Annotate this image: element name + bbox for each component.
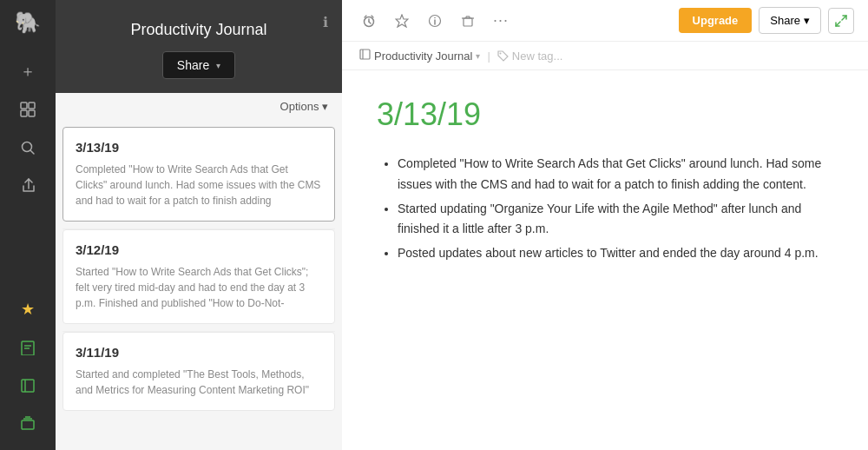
- share-sidebar-icon[interactable]: [12, 170, 43, 202]
- search-icon[interactable]: [12, 132, 43, 163]
- svg-rect-10: [22, 380, 34, 392]
- notebook-breadcrumb-label: Productivity Journal: [374, 50, 472, 63]
- note-list-item[interactable]: 3/11/19 Started and completed "The Best …: [62, 332, 335, 411]
- svg-rect-12: [22, 420, 34, 429]
- note-list-preview: Started "How to Write Search Ads that Ge…: [76, 264, 322, 311]
- note-body: Completed "How to Write Search Ads that …: [377, 154, 833, 264]
- notebook-panel: ℹ Productivity Journal Share ▾ Options ▾…: [56, 0, 342, 450]
- breadcrumb-separator: |: [487, 50, 490, 63]
- note-bullet: Started updating "Organize Your Life wit…: [398, 199, 833, 241]
- svg-rect-0: [21, 103, 27, 109]
- share-chevron: ▾: [216, 61, 220, 70]
- note-list-preview: Completed "How to Write Search Ads that …: [76, 162, 322, 208]
- notebook-share-button[interactable]: Share ▾: [162, 51, 235, 79]
- note-sidebar-icon[interactable]: [12, 332, 43, 363]
- share-main-label: Share: [770, 14, 800, 27]
- note-list-date: 3/11/19: [76, 345, 322, 360]
- notebook-breadcrumb[interactable]: Productivity Journal ▾: [359, 49, 480, 63]
- notes-list-header: Options ▾: [56, 93, 342, 120]
- svg-rect-1: [29, 103, 35, 109]
- note-list-item[interactable]: 3/13/19 Completed "How to Write Search A…: [62, 127, 335, 222]
- svg-point-4: [23, 142, 32, 152]
- notebook-title: Productivity Journal: [69, 21, 328, 39]
- svg-rect-2: [21, 110, 27, 116]
- note-bullet: Completed "How to Write Search Ads that …: [398, 154, 833, 195]
- share-main-chevron: ▾: [804, 14, 810, 27]
- share-label: Share: [177, 58, 209, 72]
- svg-point-33: [499, 52, 501, 54]
- evernote-logo: 🐘: [15, 10, 41, 35]
- notebook-breadcrumb-icon: [359, 49, 371, 63]
- sync-icon[interactable]: [12, 94, 43, 125]
- info-tool-icon[interactable]: [422, 8, 448, 34]
- note-list-date: 3/13/19: [76, 140, 322, 155]
- trash-icon[interactable]: [455, 8, 481, 34]
- note-content: 3/13/19 Completed "How to Write Search A…: [342, 70, 868, 450]
- note-date-heading: 3/13/19: [377, 96, 833, 133]
- alarm-icon[interactable]: [356, 8, 382, 34]
- main-content: ··· Upgrade Share ▾ Productivity J: [342, 0, 868, 450]
- svg-rect-24: [464, 18, 472, 26]
- toolbar: ··· Upgrade Share ▾: [342, 0, 868, 42]
- breadcrumb-bar: Productivity Journal ▾ | New tag...: [342, 42, 868, 70]
- note-list-date: 3/12/19: [76, 242, 322, 257]
- note-bullet: Posted updates about new articles to Twi…: [398, 243, 833, 264]
- notebook-sidebar-icon[interactable]: [12, 370, 43, 401]
- breadcrumb-chevron: ▾: [476, 51, 480, 61]
- star-sidebar-icon[interactable]: ★: [12, 294, 43, 325]
- notebook-header: ℹ Productivity Journal Share ▾: [56, 0, 342, 93]
- svg-line-5: [31, 151, 35, 155]
- notes-list: 3/13/19 Completed "How to Write Search A…: [56, 120, 342, 450]
- tag-placeholder: New tag...: [512, 50, 563, 63]
- add-icon[interactable]: ＋: [12, 56, 43, 87]
- tag-area[interactable]: New tag...: [497, 50, 563, 63]
- star-tool-icon[interactable]: [389, 8, 415, 34]
- icon-bar: 🐘 ＋ ★: [0, 0, 56, 450]
- svg-line-17: [369, 22, 371, 23]
- note-list-preview: Started and completed "The Best Tools, M…: [76, 367, 322, 398]
- expand-button[interactable]: [828, 8, 854, 34]
- note-bullets-list: Completed "How to Write Search Ads that …: [377, 154, 833, 264]
- upgrade-button[interactable]: Upgrade: [679, 8, 753, 33]
- options-button[interactable]: Options ▾: [280, 100, 328, 113]
- more-icon[interactable]: ···: [488, 8, 514, 34]
- svg-point-23: [434, 17, 436, 18]
- note-list-item[interactable]: 3/12/19 Started "How to Write Search Ads…: [62, 229, 335, 324]
- stack-sidebar-icon[interactable]: [12, 408, 43, 440]
- share-main-button[interactable]: Share ▾: [759, 7, 821, 34]
- notebook-info-icon[interactable]: ℹ: [323, 14, 328, 30]
- svg-rect-31: [360, 50, 370, 59]
- svg-marker-20: [396, 15, 408, 27]
- svg-rect-3: [29, 110, 35, 116]
